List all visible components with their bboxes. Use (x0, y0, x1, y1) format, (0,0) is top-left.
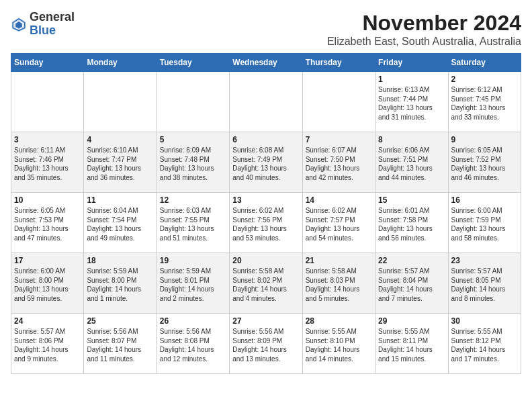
day-number: 2 (451, 75, 518, 84)
calendar-cell: 6Sunrise: 6:08 AM Sunset: 7:49 PM Daylig… (230, 132, 302, 193)
day-number: 8 (378, 135, 445, 144)
calendar-cell: 5Sunrise: 6:09 AM Sunset: 7:48 PM Daylig… (157, 132, 229, 193)
day-number: 26 (160, 316, 226, 326)
logo: General Blue (11, 11, 75, 38)
calendar-cell: 25Sunrise: 5:56 AM Sunset: 8:07 PM Dayli… (84, 314, 157, 374)
day-number: 19 (160, 256, 226, 265)
calendar-cell: 4Sunrise: 6:10 AM Sunset: 7:47 PM Daylig… (84, 132, 157, 193)
day-info: Sunrise: 6:01 AM Sunset: 7:58 PM Dayligh… (378, 206, 445, 242)
calendar-cell: 20Sunrise: 5:58 AM Sunset: 8:02 PM Dayli… (230, 253, 302, 314)
day-info: Sunrise: 6:09 AM Sunset: 7:48 PM Dayligh… (160, 146, 226, 182)
day-info: Sunrise: 6:03 AM Sunset: 7:55 PM Dayligh… (160, 206, 226, 242)
calendar-cell: 23Sunrise: 5:57 AM Sunset: 8:05 PM Dayli… (448, 253, 521, 314)
calendar-cell: 24Sunrise: 5:57 AM Sunset: 8:06 PM Dayli… (11, 314, 84, 374)
day-info: Sunrise: 6:05 AM Sunset: 7:53 PM Dayligh… (14, 206, 81, 242)
calendar-cell: 21Sunrise: 5:58 AM Sunset: 8:03 PM Dayli… (302, 253, 375, 314)
weekday-header: Wednesday (230, 54, 302, 72)
day-info: Sunrise: 6:08 AM Sunset: 7:49 PM Dayligh… (232, 146, 299, 182)
day-info: Sunrise: 5:59 AM Sunset: 8:01 PM Dayligh… (160, 267, 226, 303)
day-number: 13 (232, 195, 299, 205)
calendar-cell (157, 72, 229, 132)
day-info: Sunrise: 5:57 AM Sunset: 8:06 PM Dayligh… (14, 327, 81, 363)
day-info: Sunrise: 6:13 AM Sunset: 7:44 PM Dayligh… (378, 85, 445, 122)
calendar-week-row: 17Sunrise: 6:00 AM Sunset: 8:00 PM Dayli… (11, 253, 521, 314)
calendar-cell: 18Sunrise: 5:59 AM Sunset: 8:00 PM Dayli… (84, 253, 157, 314)
day-number: 15 (378, 195, 445, 205)
day-info: Sunrise: 5:56 AM Sunset: 8:07 PM Dayligh… (87, 327, 153, 363)
day-info: Sunrise: 6:04 AM Sunset: 7:54 PM Dayligh… (87, 206, 153, 242)
calendar-cell: 2Sunrise: 6:12 AM Sunset: 7:45 PM Daylig… (448, 72, 521, 132)
calendar-cell: 16Sunrise: 6:00 AM Sunset: 7:59 PM Dayli… (448, 193, 521, 253)
calendar-cell: 29Sunrise: 5:55 AM Sunset: 8:11 PM Dayli… (375, 314, 448, 374)
calendar-cell: 8Sunrise: 6:06 AM Sunset: 7:51 PM Daylig… (375, 132, 448, 193)
weekday-header: Thursday (302, 54, 375, 72)
calendar-cell: 13Sunrise: 6:02 AM Sunset: 7:56 PM Dayli… (230, 193, 302, 253)
calendar-header: SundayMondayTuesdayWednesdayThursdayFrid… (11, 54, 521, 72)
day-info: Sunrise: 5:55 AM Sunset: 8:12 PM Dayligh… (451, 327, 518, 363)
weekday-header: Monday (84, 54, 157, 72)
day-info: Sunrise: 6:11 AM Sunset: 7:46 PM Dayligh… (14, 146, 81, 182)
day-number: 28 (306, 316, 372, 326)
calendar-cell: 17Sunrise: 6:00 AM Sunset: 8:00 PM Dayli… (11, 253, 84, 314)
calendar-cell: 9Sunrise: 6:05 AM Sunset: 7:52 PM Daylig… (448, 132, 521, 193)
day-info: Sunrise: 5:58 AM Sunset: 8:03 PM Dayligh… (306, 267, 372, 303)
calendar-cell (11, 72, 84, 132)
calendar-week-row: 1Sunrise: 6:13 AM Sunset: 7:44 PM Daylig… (11, 72, 521, 132)
day-number: 29 (378, 316, 445, 326)
calendar-cell: 26Sunrise: 5:56 AM Sunset: 8:08 PM Dayli… (157, 314, 229, 374)
weekday-header: Friday (375, 54, 448, 72)
calendar-cell: 15Sunrise: 6:01 AM Sunset: 7:58 PM Dayli… (375, 193, 448, 253)
calendar-cell: 14Sunrise: 6:02 AM Sunset: 7:57 PM Dayli… (302, 193, 375, 253)
day-number: 30 (451, 316, 518, 326)
calendar-cell: 22Sunrise: 5:57 AM Sunset: 8:04 PM Dayli… (375, 253, 448, 314)
day-number: 24 (14, 316, 81, 326)
calendar-cell: 11Sunrise: 6:04 AM Sunset: 7:54 PM Dayli… (84, 193, 157, 253)
day-info: Sunrise: 6:05 AM Sunset: 7:52 PM Dayligh… (451, 146, 518, 182)
day-info: Sunrise: 5:57 AM Sunset: 8:04 PM Dayligh… (378, 267, 445, 303)
weekday-header: Saturday (448, 54, 521, 72)
day-info: Sunrise: 5:57 AM Sunset: 8:05 PM Dayligh… (451, 267, 518, 303)
calendar-cell: 7Sunrise: 6:07 AM Sunset: 7:50 PM Daylig… (302, 132, 375, 193)
day-info: Sunrise: 6:02 AM Sunset: 7:57 PM Dayligh… (306, 206, 372, 242)
day-info: Sunrise: 5:58 AM Sunset: 8:02 PM Dayligh… (232, 267, 299, 303)
day-info: Sunrise: 6:00 AM Sunset: 7:59 PM Dayligh… (451, 206, 518, 242)
calendar-week-row: 10Sunrise: 6:05 AM Sunset: 7:53 PM Dayli… (11, 193, 521, 253)
calendar-week-row: 3Sunrise: 6:11 AM Sunset: 7:46 PM Daylig… (11, 132, 521, 193)
day-number: 27 (232, 316, 299, 326)
day-number: 7 (306, 135, 372, 144)
calendar-cell (302, 72, 375, 132)
calendar-cell: 10Sunrise: 6:05 AM Sunset: 7:53 PM Dayli… (11, 193, 84, 253)
day-info: Sunrise: 6:07 AM Sunset: 7:50 PM Dayligh… (306, 146, 372, 182)
header: General Blue November 2024 Elizabeth Eas… (11, 11, 521, 48)
day-number: 12 (160, 195, 226, 205)
calendar-cell: 3Sunrise: 6:11 AM Sunset: 7:46 PM Daylig… (11, 132, 84, 193)
logo-icon (11, 16, 27, 32)
day-info: Sunrise: 5:56 AM Sunset: 8:08 PM Dayligh… (160, 327, 226, 363)
day-info: Sunrise: 6:10 AM Sunset: 7:47 PM Dayligh… (87, 146, 153, 182)
day-number: 1 (378, 75, 445, 84)
day-number: 22 (378, 256, 445, 265)
calendar-cell: 28Sunrise: 5:55 AM Sunset: 8:10 PM Dayli… (302, 314, 375, 374)
day-number: 23 (451, 256, 518, 265)
day-number: 9 (451, 135, 518, 144)
calendar-table: SundayMondayTuesdayWednesdayThursdayFrid… (11, 53, 521, 374)
day-info: Sunrise: 6:00 AM Sunset: 8:00 PM Dayligh… (14, 267, 81, 303)
day-number: 11 (87, 195, 153, 205)
day-number: 4 (87, 135, 153, 144)
weekday-header: Tuesday (157, 54, 229, 72)
calendar-cell: 19Sunrise: 5:59 AM Sunset: 8:01 PM Dayli… (157, 253, 229, 314)
day-number: 20 (232, 256, 299, 265)
calendar-body: 1Sunrise: 6:13 AM Sunset: 7:44 PM Daylig… (11, 72, 521, 374)
calendar-cell: 1Sunrise: 6:13 AM Sunset: 7:44 PM Daylig… (375, 72, 448, 132)
location-subtitle: Elizabeth East, South Australia, Austral… (327, 36, 521, 48)
title-area: November 2024 Elizabeth East, South Aust… (327, 11, 521, 48)
day-number: 6 (232, 135, 299, 144)
day-number: 5 (160, 135, 226, 144)
day-number: 3 (14, 135, 81, 144)
calendar-cell (230, 72, 302, 132)
day-number: 21 (306, 256, 372, 265)
calendar-cell (84, 72, 157, 132)
day-number: 17 (14, 256, 81, 265)
day-info: Sunrise: 6:06 AM Sunset: 7:51 PM Dayligh… (378, 146, 445, 182)
day-number: 16 (451, 195, 518, 205)
